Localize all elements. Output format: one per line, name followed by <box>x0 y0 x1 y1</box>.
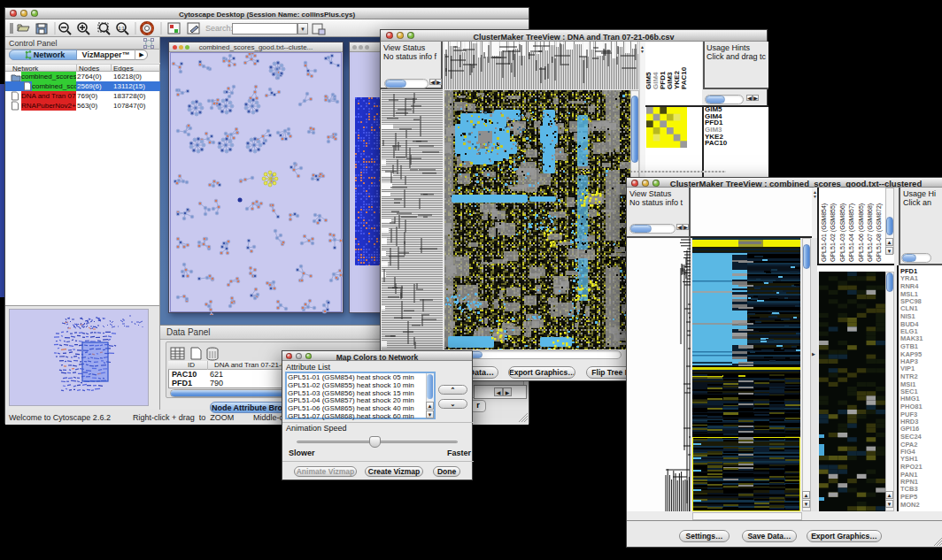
svg-text:Search:: Search: <box>205 24 233 33</box>
svg-text:1:1: 1:1 <box>119 26 125 31</box>
